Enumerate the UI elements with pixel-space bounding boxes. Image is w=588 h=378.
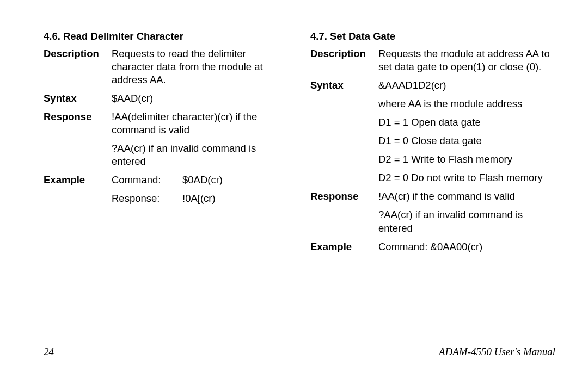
section-title: 4.6. Read Delimiter Character: [44, 30, 289, 43]
response-label: Response: [44, 110, 112, 123]
response-row: Response !AA(delimiter character)(cr) if…: [44, 110, 289, 168]
syntax-text: &AAAD1D2(cr) where AA is the module addr…: [378, 79, 555, 184]
example-command-value: $0AD(cr): [182, 173, 289, 187]
syntax-label: Syntax: [310, 79, 378, 92]
example-command-label: Command:: [112, 173, 182, 187]
example-response-label: Response:: [112, 192, 182, 205]
response-row: Response !AA(cr) if the command is valid…: [310, 190, 555, 234]
section-4-6: 4.6. Read Delimiter Character Descriptio…: [44, 30, 289, 259]
description-text: Requests the module at address AA to set…: [378, 47, 555, 73]
syntax-detail-5: D2 = 0 Do not write to Flash memory: [378, 171, 555, 184]
response-text: !AA(cr) if the command is valid ?AA(cr) …: [378, 190, 555, 234]
manual-title: ADAM-4550 User's Manual: [439, 345, 555, 359]
syntax-label: Syntax: [44, 92, 112, 105]
section-4-7: 4.7. Set Data Gate Description Requests …: [310, 30, 555, 259]
example-row: Example Command: &0AA00(cr): [310, 240, 555, 253]
syntax-text: $AAD(cr): [112, 92, 289, 105]
example-label: Example: [44, 173, 112, 187]
example-response-value: !0A[(cr): [182, 192, 289, 205]
description-label: Description: [44, 47, 112, 60]
syntax-detail-3: D1 = 0 Close data gate: [378, 134, 555, 147]
description-text: Requests to read the delimiter character…: [112, 47, 289, 86]
syntax-row: Syntax $AAD(cr): [44, 92, 289, 105]
response-text: !AA(delimiter character)(cr) if the comm…: [112, 110, 289, 168]
description-row: Description Requests to read the delimit…: [44, 47, 289, 86]
example-row: Example Command: $0AD(cr) Response: !0A[…: [44, 173, 289, 205]
response-label: Response: [310, 190, 378, 203]
response-valid: !AA(cr) if the command is valid: [378, 190, 555, 203]
response-invalid: ?AA(cr) if an invalid command is entered: [112, 142, 289, 168]
example-label: Example: [310, 240, 378, 253]
description-row: Description Requests the module at addre…: [310, 47, 555, 73]
description-label: Description: [310, 47, 378, 60]
syntax-detail-1: where AA is the module address: [378, 97, 555, 110]
page-number: 24: [44, 345, 54, 359]
example-grid: Command: $0AD(cr) Response: !0A[(cr): [112, 173, 289, 205]
example-text: Command: &0AA00(cr): [378, 240, 555, 253]
syntax-detail-2: D1 = 1 Open data gate: [378, 116, 555, 129]
syntax-code: &AAAD1D2(cr): [378, 79, 555, 92]
response-invalid: ?AA(cr) if an invalid command is entered: [378, 208, 555, 234]
section-title: 4.7. Set Data Gate: [310, 30, 555, 43]
syntax-row: Syntax &AAAD1D2(cr) where AA is the modu…: [310, 79, 555, 184]
page-content: 4.6. Read Delimiter Character Descriptio…: [0, 0, 588, 259]
response-valid: !AA(delimiter character)(cr) if the comm…: [112, 110, 289, 137]
syntax-detail-4: D2 = 1 Write to Flash memory: [378, 153, 555, 166]
page-footer: 24 ADAM-4550 User's Manual: [44, 345, 555, 359]
